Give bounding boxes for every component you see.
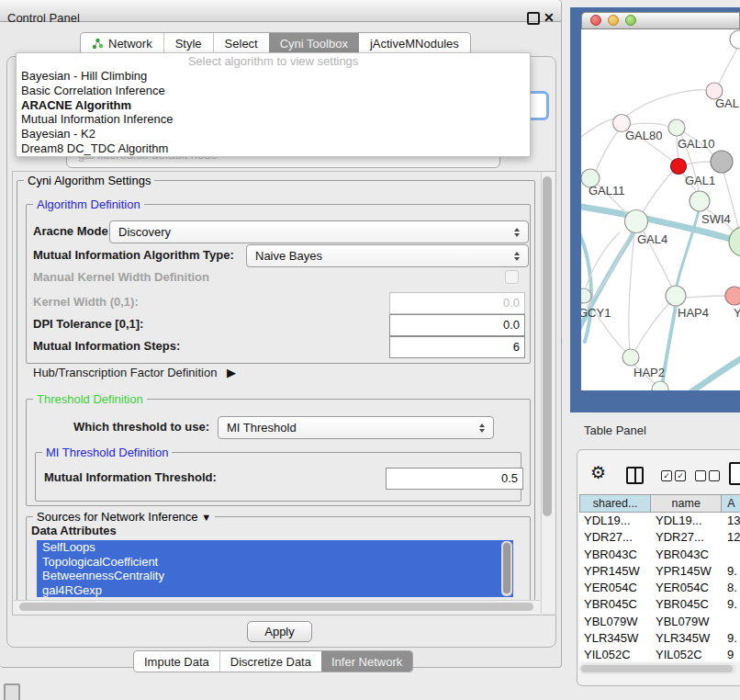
algorithm-option[interactable]: Bayesian - K2 bbox=[17, 127, 530, 141]
column-header-name[interactable]: name bbox=[651, 495, 722, 512]
tab-discretize-data[interactable]: Discretize Data bbox=[219, 651, 321, 672]
sources-group-title[interactable]: Sources for Network Inference ▼ bbox=[33, 510, 215, 524]
node-gal1[interactable] bbox=[690, 191, 710, 211]
label-hap4: HAP4 bbox=[678, 306, 709, 320]
algorithm-option[interactable]: Mutual Information Inference bbox=[17, 112, 530, 127]
checked-checkbox-icon[interactable]: ✓ bbox=[675, 470, 686, 481]
list-item[interactable]: gal4RGexp bbox=[37, 583, 513, 598]
node-partial-top[interactable] bbox=[730, 30, 740, 49]
which-threshold-combobox[interactable]: MI Threshold bbox=[218, 416, 494, 439]
label-gal80: GAL80 bbox=[625, 129, 662, 142]
network-window-titlebar[interactable] bbox=[581, 12, 740, 29]
network-graph: GAL GAL80 GAL10 GAL1 GAL11 SWI4 GAL4 GCY… bbox=[581, 29, 740, 390]
algorithm-popup-prompt: Select algorithm to view settings bbox=[17, 53, 530, 69]
control-panel-titlebar bbox=[0, 0, 561, 22]
close-icon[interactable]: ✕ bbox=[544, 8, 555, 28]
tab-network[interactable]: Network bbox=[81, 33, 163, 54]
table-row[interactable]: YBL079W YBL079W bbox=[579, 614, 740, 630]
apply-button[interactable]: Apply bbox=[247, 621, 312, 642]
column-header-partial[interactable]: A bbox=[722, 495, 740, 512]
node-hap4[interactable] bbox=[666, 286, 686, 306]
algorithm-option-selected[interactable]: ARACNE Algorithm bbox=[17, 98, 530, 113]
algorithm-option[interactable]: Bayesian - Hill Climbing bbox=[17, 69, 530, 84]
node-gcy1[interactable] bbox=[581, 288, 591, 303]
table-row[interactable]: YIL052C YIL052C 9 bbox=[579, 647, 740, 661]
mi-algorithm-type-combobox[interactable]: Naive Bayes bbox=[246, 244, 529, 267]
mi-threshold-field[interactable]: 0.5 bbox=[386, 468, 523, 490]
table-rows: YDL19... YDL19... 13 YDR27... YDR27... 1… bbox=[579, 513, 740, 661]
list-item[interactable]: SelfLoops bbox=[37, 540, 513, 555]
collapse-down-icon: ▼ bbox=[201, 512, 211, 523]
window-zoom-button[interactable] bbox=[625, 15, 636, 26]
network-canvas[interactable]: GAL GAL80 GAL10 GAL1 GAL11 SWI4 GAL4 GCY… bbox=[581, 29, 740, 390]
mi-steps-label: Mutual Information Steps: bbox=[33, 336, 180, 356]
algorithm-option[interactable]: Dream8 DC_TDC Algorithm bbox=[17, 141, 530, 156]
table-hscrollbar-thumb[interactable] bbox=[581, 665, 733, 672]
manual-kernel-width-label: Manual Kernel Width Definition bbox=[33, 270, 209, 284]
mi-algorithm-type-label: Mutual Information Algorithm Type: bbox=[33, 244, 234, 265]
window-close-button[interactable] bbox=[590, 15, 601, 26]
columns-icon[interactable] bbox=[626, 467, 644, 484]
algorithm-definition-title: Algorithm Definition bbox=[33, 198, 144, 211]
unchecked-checkbox-icon[interactable] bbox=[695, 470, 706, 481]
node-salmon[interactable] bbox=[725, 287, 740, 305]
table-row[interactable]: YLR345W YLR345W 9. bbox=[579, 630, 740, 647]
gear-icon[interactable]: ⚙ bbox=[590, 463, 606, 483]
spinner-arrows-icon bbox=[514, 252, 520, 261]
tab-select[interactable]: Select bbox=[213, 33, 269, 54]
node-red[interactable] bbox=[671, 159, 687, 175]
node-table: shared... name A YDL19... YDL19... 13 YD… bbox=[579, 494, 740, 661]
minimized-panel-icon[interactable] bbox=[4, 683, 20, 700]
dpi-tolerance-field[interactable]: 0.0 bbox=[389, 314, 525, 336]
data-attributes-list: SelfLoops TopologicalCoefficient Between… bbox=[37, 540, 513, 597]
tab-network-label: Network bbox=[108, 37, 152, 51]
table-row[interactable]: YBR045C YBR045C 9. bbox=[579, 596, 740, 613]
node-gray[interactable] bbox=[711, 151, 733, 173]
list-item[interactable]: TopologicalCoefficient bbox=[37, 555, 513, 570]
column-header-shared[interactable]: shared... bbox=[580, 495, 651, 512]
which-threshold-label: Which threshold to use: bbox=[73, 416, 209, 437]
aracne-mode-label: Aracne Mode: bbox=[33, 220, 112, 242]
tab-impute-data[interactable]: Impute Data bbox=[134, 651, 219, 672]
tab-style[interactable]: Style bbox=[163, 33, 213, 54]
bottom-tabbar: Impute Data Discretize Data Infer Networ… bbox=[133, 650, 413, 672]
node-gal10[interactable] bbox=[668, 119, 685, 136]
checked-checkbox-icon[interactable]: ✓ bbox=[661, 470, 672, 481]
tab-cyni-toolbox[interactable]: Cyni Toolbox bbox=[269, 33, 359, 54]
kernel-width-field[interactable]: 0.0 bbox=[389, 292, 525, 314]
kernel-width-label: Kernel Width (0,1): bbox=[33, 292, 139, 312]
algorithm-option[interactable]: Basic Correlation Inference bbox=[17, 84, 530, 98]
expand-right-icon: ▶ bbox=[227, 366, 236, 379]
tab-infer-network[interactable]: Infer Network bbox=[321, 651, 412, 672]
list-scrollbar-thumb[interactable] bbox=[503, 543, 510, 593]
tab-jactivemnodules[interactable]: jActiveMNodules bbox=[359, 33, 470, 54]
window-minimize-button[interactable] bbox=[608, 15, 619, 26]
settings-hscrollbar-thumb[interactable] bbox=[19, 603, 533, 611]
dpi-tolerance-label: DPI Tolerance [0,1]: bbox=[33, 314, 143, 334]
label-gal10: GAL10 bbox=[678, 137, 714, 151]
table-header-row: shared... name A bbox=[579, 494, 740, 513]
network-icon bbox=[92, 38, 104, 50]
table-row[interactable]: YER054C YER054C 8. bbox=[579, 580, 740, 596]
unchecked-checkbox-icon[interactable] bbox=[709, 470, 720, 481]
settings-vscrollbar-thumb[interactable] bbox=[543, 176, 552, 516]
document-icon[interactable] bbox=[729, 462, 740, 485]
label-gcy1: GCY1 bbox=[581, 306, 611, 320]
float-window-icon[interactable] bbox=[527, 12, 540, 25]
table-panel-title: Table Panel bbox=[584, 423, 646, 438]
aracne-mode-combobox[interactable]: Discovery bbox=[109, 220, 529, 243]
table-row[interactable]: YDL19... YDL19... 13 bbox=[579, 513, 740, 529]
label-y-partial: Y bbox=[734, 306, 740, 320]
mi-steps-field[interactable]: 6 bbox=[389, 336, 525, 358]
label-gal-partial: GAL bbox=[715, 96, 739, 110]
node-swi4[interactable] bbox=[729, 227, 740, 256]
manual-kernel-width-checkbox[interactable] bbox=[505, 270, 519, 284]
node-gal4[interactable] bbox=[625, 210, 648, 233]
label-gal11: GAL11 bbox=[589, 184, 625, 198]
table-row[interactable]: YPR145W YPR145W 9. bbox=[579, 563, 740, 580]
list-item[interactable]: BetweennessCentrality bbox=[37, 569, 513, 583]
table-row[interactable]: YBR043C YBR043C bbox=[579, 547, 740, 563]
table-row[interactable]: YDR27... YDR27... 12 bbox=[579, 529, 740, 546]
node-hap2[interactable] bbox=[622, 349, 639, 366]
hub-definition-expander[interactable]: Hub/Transcription Factor Definition ▶ bbox=[33, 366, 236, 379]
